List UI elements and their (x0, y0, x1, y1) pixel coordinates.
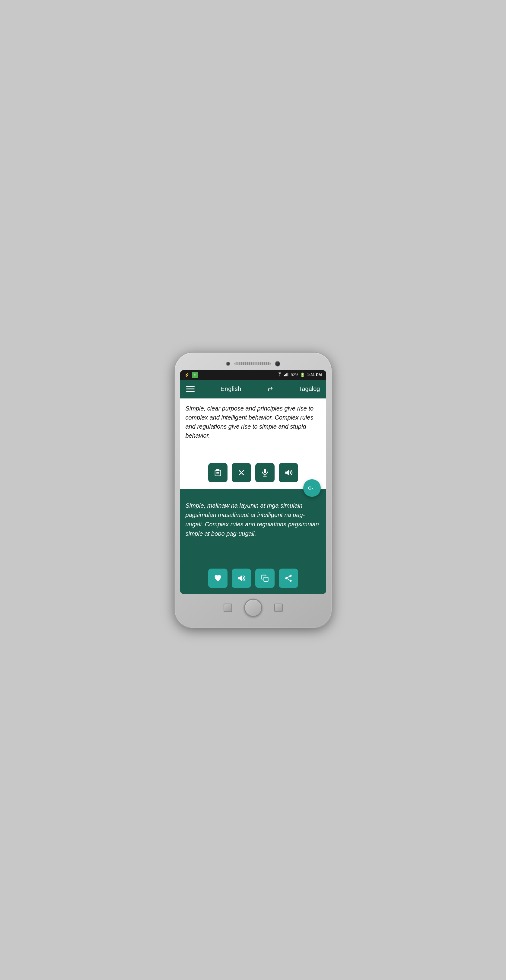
translation-text: Simple, malinaw na layunin at mga simula… (186, 501, 321, 562)
share-button[interactable] (279, 569, 298, 588)
svg-point-0 (194, 374, 196, 375)
signal-icon (284, 372, 289, 377)
speak-output-button[interactable] (232, 569, 251, 588)
front-camera (226, 362, 230, 366)
clear-button[interactable] (232, 463, 251, 482)
microphone-button[interactable] (255, 463, 275, 482)
hamburger-line-3 (186, 391, 195, 392)
status-right: 92% 🔋 1:31 PM (277, 372, 321, 377)
svg-marker-18 (238, 575, 242, 581)
status-time: 1:31 PM (307, 372, 321, 377)
svg-point-1 (279, 375, 280, 376)
output-controls (186, 569, 321, 588)
camera-lens (275, 361, 280, 366)
hamburger-line-2 (186, 388, 195, 390)
phone-device: ⚡ (175, 353, 332, 628)
back-button[interactable] (224, 604, 232, 612)
status-bar: ⚡ (180, 370, 326, 380)
app-header: English ⇄ Tagalog (180, 380, 326, 398)
input-area: Simple, clear purpose and principles giv… (180, 398, 326, 489)
copy-output-button[interactable] (255, 569, 275, 588)
language-from[interactable]: English (221, 385, 241, 393)
favorite-button[interactable] (208, 569, 228, 588)
svg-text:G: G (308, 485, 311, 490)
screen: ⚡ (180, 370, 326, 594)
svg-rect-12 (264, 469, 266, 473)
svg-rect-2 (284, 375, 285, 376)
google-translate-fab[interactable]: G × (303, 479, 321, 497)
battery-percentage: 92% (291, 373, 298, 377)
input-text[interactable]: Simple, clear purpose and principles giv… (186, 404, 321, 458)
speak-input-button[interactable] (279, 463, 298, 482)
paste-button[interactable] (208, 463, 228, 482)
phone-top-bar (180, 361, 326, 366)
usb-icon: ⚡ (185, 372, 189, 377)
status-left: ⚡ (185, 372, 198, 378)
battery-icon: 🔋 (300, 372, 305, 377)
input-controls (186, 463, 321, 485)
svg-text:×: × (311, 487, 313, 490)
svg-rect-3 (285, 374, 286, 376)
menu-button[interactable] (186, 386, 195, 392)
svg-point-21 (285, 577, 287, 579)
wifi-icon (277, 372, 282, 377)
phone-bottom-bar (180, 599, 326, 617)
speaker-grille (234, 362, 271, 365)
locate-icon (192, 372, 198, 378)
svg-rect-4 (286, 374, 287, 376)
svg-marker-15 (285, 469, 289, 476)
swap-languages-button[interactable]: ⇄ (267, 385, 273, 393)
svg-rect-19 (264, 577, 268, 581)
svg-point-20 (290, 574, 291, 577)
home-button[interactable] (244, 599, 262, 617)
hamburger-line-1 (186, 386, 195, 387)
svg-line-23 (287, 576, 290, 578)
language-to[interactable]: Tagalog (299, 385, 320, 393)
svg-point-22 (290, 579, 291, 582)
recents-button[interactable] (274, 604, 283, 612)
translation-area: Simple, malinaw na layunin at mga simula… (180, 489, 326, 594)
svg-line-24 (287, 579, 290, 580)
svg-rect-5 (288, 372, 288, 376)
